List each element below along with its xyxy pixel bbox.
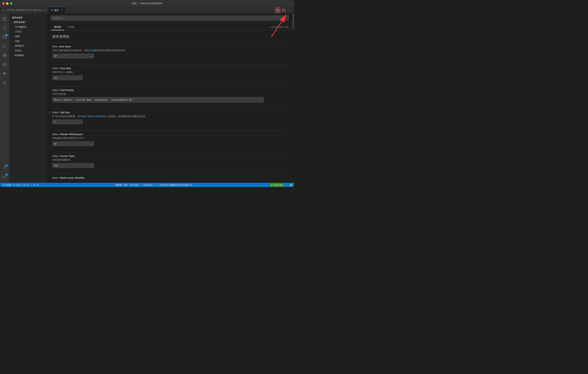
- svg-point-29: [4, 166, 5, 168]
- statusbar-layout[interactable]: ⊟: [37, 184, 38, 186]
- statusbar-user[interactable]: 林俊傑 - 江南: [115, 184, 127, 186]
- autosave-select[interactable]: off afterDelay onFocusChange onWindowCha…: [52, 53, 94, 58]
- chevron-icon: ›: [14, 50, 14, 52]
- sidebar-item-workbench[interactable]: › 工作台: [9, 29, 47, 34]
- settings-item-cursorstyle: Editor: Cursor Style 控制資料指標樣式。 line bloc…: [52, 152, 287, 170]
- tabsize-title-bold: Tab Size: [60, 111, 70, 114]
- settings-tab-icon: ⚙: [51, 9, 53, 11]
- tabsize-input[interactable]: [52, 119, 83, 124]
- cursorstyle-select-wrapper: line block underline line-thin block-out…: [52, 163, 94, 168]
- sidebar-item-text-editor[interactable]: › 文字編輯器: [9, 25, 47, 29]
- warning-icon: ⚠: [21, 184, 23, 186]
- svg-point-30: [4, 176, 5, 177]
- activity-extensions[interactable]: [0, 51, 9, 60]
- svg-rect-22: [5, 73, 5, 74]
- settings-item-fontsize: Editor: Font Size 控制字型大小 (像素)。: [52, 64, 287, 82]
- activity-timer[interactable]: [0, 78, 9, 87]
- tab-user[interactable]: 使用者: [51, 24, 64, 30]
- activity-settings[interactable]: 1: [0, 172, 9, 181]
- scrollbar-thumb[interactable]: [293, 14, 294, 29]
- gear-icon[interactable]: [48, 111, 51, 115]
- nav-right-icon: ›: [31, 184, 32, 186]
- tabsize-desc: 與 Tab 相等的空格數量。當 Editor: Detect Indentati…: [52, 115, 287, 118]
- tab-workspace[interactable]: 工作區: [64, 24, 78, 30]
- statusbar-git-graph[interactable]: Git Graph: [130, 184, 139, 186]
- statusbar-person[interactable]: 👤: [286, 184, 288, 186]
- detect-indentation-link[interactable]: Editor: Detect Indentation: [81, 115, 106, 118]
- sidebar-item-window[interactable]: › 視窗: [9, 34, 47, 39]
- golive-button[interactable]: ⊙ ⊙ Go Live: [269, 183, 284, 187]
- scrollbar-track[interactable]: [293, 14, 294, 183]
- sidebar-item-frequently-used[interactable]: 經常使用的: [9, 20, 47, 25]
- multicursor-title-bold: Multi Cursor Modifier: [60, 176, 85, 179]
- activity-search[interactable]: [0, 23, 9, 32]
- autosave-select-wrapper: off afterDelay onFocusChange onWindowCha…: [52, 53, 94, 58]
- tab-md-file[interactable]: M↓ VSCode-自動修正-ESLint-錯誤.md 5, U: [0, 7, 49, 14]
- chevron-icon: ›: [14, 40, 14, 42]
- svg-line-27: [5, 83, 5, 83]
- fontfamily-title-bold: Font Family: [60, 89, 74, 92]
- branch-name: master*: [5, 184, 12, 186]
- renderwhitespace-select[interactable]: none boundary selection trailing all: [52, 141, 94, 146]
- statusbar-debug[interactable]: ⊙: [33, 184, 35, 186]
- activity-run[interactable]: [0, 42, 9, 51]
- settings-item-renderwhitespace: Editor: Render Whitespace 控制編輯器應如何轉譯空白字元…: [52, 130, 287, 148]
- editor-layout-button[interactable]: [281, 8, 286, 13]
- activity-spotify[interactable]: [0, 60, 9, 69]
- statusbar-center: 林俊傑 - 江南 Git Graph ✓ markdown | ✓ VSCode…: [40, 184, 268, 186]
- tab-md-badge: 5, U: [42, 9, 46, 11]
- sidebar-item-security[interactable]: › 安全性: [9, 48, 47, 53]
- more-actions-button[interactable]: ···: [287, 8, 293, 13]
- sidebar-item-application[interactable]: › 應用程式: [9, 43, 47, 48]
- error-count: 0: [19, 184, 20, 186]
- account-badge: 1: [5, 164, 8, 167]
- chevron-icon: ›: [14, 26, 14, 28]
- svg-point-10: [5, 38, 6, 39]
- statusbar-remote[interactable]: ⊟: [27, 184, 28, 186]
- statusbar-nav[interactable]: ‹ ›: [30, 184, 32, 186]
- multicursor-title: Editor: Multi Cursor Modifier: [52, 176, 287, 179]
- cursorstyle-select[interactable]: line block underline line-thin block-out…: [52, 163, 94, 168]
- maximize-button[interactable]: [10, 2, 12, 5]
- fontfamily-value[interactable]: Menlo, Monaco, 'Courier New', monospace,…: [52, 97, 264, 103]
- split-editor-button[interactable]: [275, 8, 280, 13]
- sidebar-item-label: 應用程式: [15, 44, 24, 48]
- close-button[interactable]: [2, 2, 5, 5]
- statusbar-bell[interactable]: 🔔: [290, 184, 293, 186]
- cursorstyle-title-bold: Cursor Style: [60, 155, 75, 158]
- svg-rect-17: [4, 53, 5, 55]
- autosave-link[interactable]: 此處: [91, 49, 95, 52]
- settings-item-tabsize: Editor: Tab Size 與 Tab 相等的空格數量。當 Editor:…: [52, 108, 287, 127]
- activity-source-control[interactable]: 1: [0, 32, 9, 42]
- settings-item-fontfamily: Editor: Font Family 控制字型家族。 Menlo, Monac…: [52, 86, 287, 105]
- settings-section-title: 經常使用的: [52, 34, 287, 39]
- minimize-button[interactable]: [6, 2, 9, 5]
- tab-settings[interactable]: ⚙ 設定 ×: [49, 7, 65, 14]
- sidebar-item-extensions[interactable]: › 延伸模組: [9, 53, 47, 58]
- settings-search-input[interactable]: [51, 16, 289, 21]
- activity-bottom: 1 1: [0, 163, 9, 183]
- statusbar-warnings[interactable]: ⚠ 5: [21, 184, 25, 186]
- svg-point-9: [3, 36, 4, 37]
- statusbar-errors[interactable]: ⊗ 0: [16, 184, 20, 186]
- sidebar-item-features[interactable]: › 功能: [9, 39, 47, 43]
- statusbar-file-name[interactable]: ✓ VSCode-自動修正-ESLint-錯誤.md: [158, 184, 192, 186]
- tabsize-title: Editor: Tab Size: [52, 111, 287, 114]
- statusbar-markdown[interactable]: ✓ markdown: [141, 184, 153, 186]
- window-controls[interactable]: [2, 2, 12, 5]
- activity-account[interactable]: 1: [0, 163, 9, 172]
- activity-explorer[interactable]: [0, 14, 9, 23]
- sidebar-item-label: 延伸模組: [15, 54, 24, 57]
- tab-settings-label: 設定: [54, 9, 59, 12]
- tab-close-button[interactable]: ×: [60, 9, 63, 12]
- svg-marker-14: [3, 45, 6, 48]
- activity-docker[interactable]: [0, 69, 9, 78]
- statusbar-branch[interactable]: ⎇ master*: [1, 184, 12, 186]
- fontsize-input[interactable]: [52, 75, 83, 80]
- sidebar-item-label: 經常使用的: [14, 21, 25, 24]
- settings-search-bar: [47, 14, 293, 23]
- statusbar-sync[interactable]: ↻: [13, 184, 15, 186]
- nav-left-icon: ‹: [30, 184, 31, 186]
- window-title: 設定 — WelcomeWebWorld: [132, 2, 162, 5]
- svg-point-7: [3, 27, 6, 29]
